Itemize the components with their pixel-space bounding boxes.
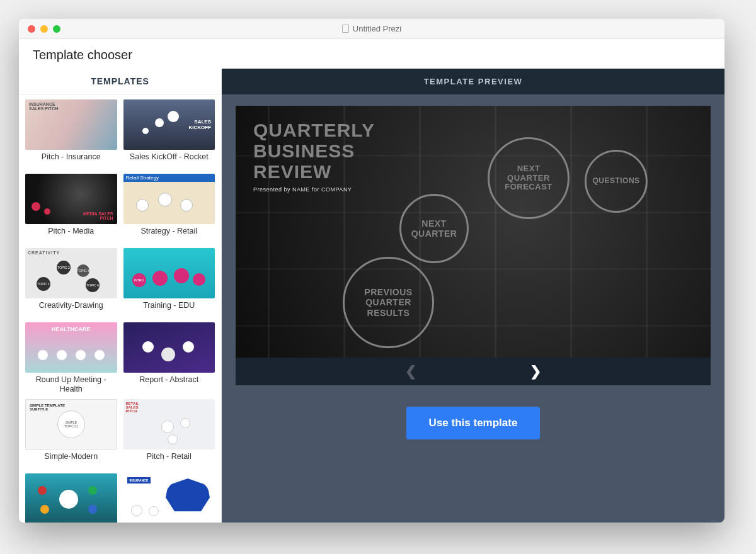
window-title: Untitled Prezi <box>19 24 724 33</box>
template-card-training-edu[interactable]: INTRO Training - EDU <box>123 248 215 317</box>
template-card-sales-kickoff-rocket[interactable]: Sales KickOff - Rocket <box>123 99 215 169</box>
preview-stage[interactable]: QUARTERLY BUSINESS REVIEW Presented by N… <box>236 106 711 358</box>
window-close-button[interactable] <box>28 25 35 33</box>
template-thumb <box>123 322 215 373</box>
template-card-roundup-meeting-health[interactable]: Round Up Meeting - Health <box>25 322 117 394</box>
preview-node-forecast[interactable]: NEXT QUARTER FORECAST <box>488 137 570 219</box>
preview-next-button[interactable]: ❯ <box>530 365 541 378</box>
template-thumb <box>123 174 215 224</box>
title-bar: Untitled Prezi <box>19 19 724 39</box>
templates-panel: TEMPLATES Pitch - Insurance Sales KickOf… <box>19 69 222 523</box>
preview-title: QUARTERLY BUSINESS REVIEW Presented by N… <box>253 120 375 193</box>
preview-navbar: ❮ ❯ <box>236 358 711 385</box>
template-label: Strategy - Retail <box>123 224 215 243</box>
template-label: Round Up Meeting - Health <box>25 373 117 394</box>
template-card-pitch-media[interactable]: Pitch - Media <box>25 174 117 243</box>
templates-panel-header: TEMPLATES <box>19 69 221 94</box>
templates-grid[interactable]: Pitch - Insurance Sales KickOff - Rocket <box>19 94 221 523</box>
template-label: Sales KickOff - Rocket <box>123 150 215 169</box>
app-window: Untitled Prezi Template chooser TEMPLATE… <box>19 19 724 523</box>
template-thumb <box>123 99 215 150</box>
template-thumb <box>123 399 215 449</box>
use-this-template-button[interactable]: Use this template <box>406 407 541 439</box>
template-thumb <box>25 322 117 373</box>
template-label: Creativity-Drawing <box>25 298 117 317</box>
window-maximize-button[interactable] <box>53 25 60 33</box>
template-thumb <box>25 174 117 224</box>
page-title: Template chooser <box>19 39 724 69</box>
template-label: Pitch - Retail <box>123 449 215 468</box>
file-icon <box>342 25 349 33</box>
window-controls <box>19 25 60 33</box>
template-thumb <box>25 473 117 523</box>
preview-title-line-3: REVIEW <box>253 161 375 182</box>
preview-node-next-quarter[interactable]: NEXT QUARTER <box>399 194 469 263</box>
template-label: Pitch - Insurance <box>25 150 117 169</box>
window-minimize-button[interactable] <box>40 25 48 33</box>
template-label: Pitch - Media <box>25 224 117 243</box>
window-title-text: Untitled Prezi <box>353 24 401 33</box>
preview-stage-wrap: QUARTERLY BUSINESS REVIEW Presented by N… <box>236 106 711 385</box>
template-thumb: INTRO <box>123 248 215 298</box>
template-card-simple-modern[interactable]: Simple-Modern <box>25 399 117 468</box>
preview-node-previous-results[interactable]: PREVIOUS QUARTER RESULTS <box>343 257 434 348</box>
preview-body: QUARTERLY BUSINESS REVIEW Presented by N… <box>222 94 724 523</box>
preview-title-line-2: BUSINESS <box>253 140 375 161</box>
template-thumb <box>25 399 117 449</box>
template-label: Simple-Modern <box>25 449 117 468</box>
preview-node-questions[interactable]: QUESTIONS <box>585 150 648 213</box>
template-card-pitch-retail[interactable]: Pitch - Retail <box>123 399 215 468</box>
template-card-around-a-topic[interactable]: Around a Topic <box>25 473 117 523</box>
template-card-executive-brief-insurance[interactable]: Executive Brief - Insurance <box>123 473 215 523</box>
template-thumb <box>25 99 117 150</box>
preview-subtitle: Presented by NAME for COMPANY <box>253 187 375 193</box>
content-area: TEMPLATES Pitch - Insurance Sales KickOf… <box>19 69 724 523</box>
template-thumb <box>123 473 215 523</box>
preview-panel: TEMPLATE PREVIEW QUARTERLY BUSINESS REVI… <box>222 69 724 523</box>
preview-title-line-1: QUARTERLY <box>253 120 375 140</box>
template-card-pitch-insurance[interactable]: Pitch - Insurance <box>25 99 117 169</box>
preview-panel-header: TEMPLATE PREVIEW <box>222 69 724 94</box>
template-card-creativity-drawing[interactable]: TOPIC 1 TOPIC 2 TOPIC 3 TOPIC 4 Creativi… <box>25 248 117 317</box>
template-card-report-abstract[interactable]: Report - Abstract <box>123 322 215 394</box>
template-label: Training - EDU <box>123 298 215 317</box>
template-thumb: TOPIC 1 TOPIC 2 TOPIC 3 TOPIC 4 <box>25 248 117 298</box>
preview-prev-button[interactable]: ❮ <box>405 365 416 378</box>
template-card-strategy-retail[interactable]: Strategy - Retail <box>123 174 215 243</box>
template-label: Report - Abstract <box>123 373 215 392</box>
